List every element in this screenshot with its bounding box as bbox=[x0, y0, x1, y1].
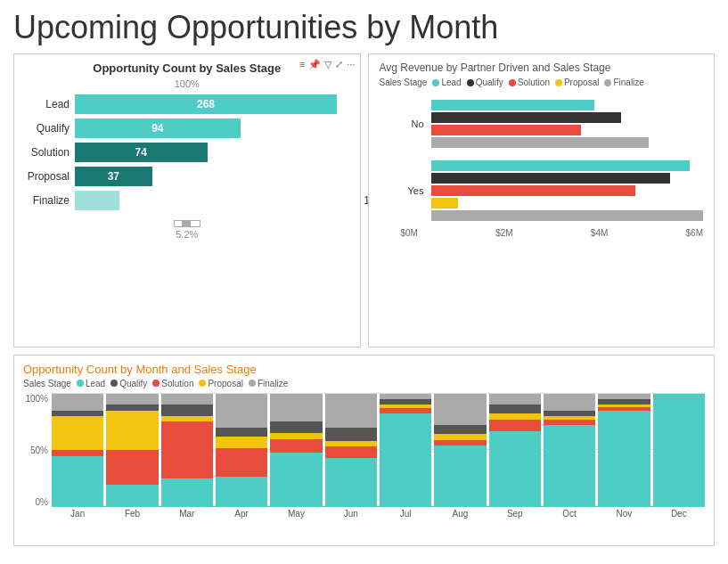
bar-fill: 94 bbox=[75, 119, 241, 138]
monthly-legend-dot bbox=[199, 380, 206, 387]
bar-container: 37 bbox=[75, 167, 351, 186]
monthly-legend-label: Lead bbox=[86, 379, 105, 388]
avg-chart-row: Yes bbox=[406, 160, 704, 221]
stacked-segment bbox=[52, 456, 103, 507]
monthly-legend-item: Lead bbox=[77, 379, 105, 388]
stacked-segment bbox=[106, 411, 158, 451]
stacked-segment bbox=[270, 453, 322, 507]
stacked-segment bbox=[270, 394, 322, 422]
bar-label: Lead bbox=[23, 98, 75, 110]
y-label-0: 0% bbox=[36, 497, 48, 507]
stacked-segment bbox=[434, 425, 486, 434]
bar-fill: 268 bbox=[75, 94, 337, 114]
bar-container: 14 bbox=[75, 191, 351, 210]
monthly-legend-item: Qualify bbox=[110, 379, 147, 388]
monthly-title: Opportunity Count by Month and Sales Sta… bbox=[23, 363, 705, 376]
month-label: Jul bbox=[380, 509, 431, 523]
panel-icons: ≡ 📌 ▽ ⤢ ··· bbox=[299, 59, 356, 70]
bar-label: Solution bbox=[23, 146, 75, 159]
avg-revenue-chart: NoYes bbox=[380, 93, 704, 225]
month-label: Apr bbox=[216, 509, 267, 523]
avg-bar bbox=[431, 210, 704, 221]
y-label-50: 50% bbox=[30, 445, 48, 455]
stacked-segment bbox=[598, 411, 650, 507]
stacked-segment bbox=[161, 478, 213, 507]
stacked-segment bbox=[161, 421, 213, 478]
monthly-legend-dot bbox=[110, 380, 118, 387]
month-col bbox=[653, 394, 705, 508]
stacked-segment bbox=[544, 394, 595, 411]
avg-bar bbox=[431, 112, 622, 123]
stacked-segment bbox=[434, 394, 486, 426]
bar-row: Solution74 bbox=[23, 143, 351, 162]
legend-item-label: Finalize bbox=[613, 78, 643, 87]
month-label: Aug bbox=[434, 509, 486, 523]
stacked-segment bbox=[544, 425, 595, 507]
stacked-segment bbox=[216, 394, 267, 428]
monthly-legend-dot bbox=[249, 380, 256, 387]
stacked-segment bbox=[270, 439, 322, 453]
avg-bar bbox=[431, 173, 671, 184]
avg-bar bbox=[431, 185, 635, 196]
legend-dot bbox=[432, 79, 439, 86]
month-col bbox=[270, 394, 322, 508]
stacked-segment bbox=[216, 428, 267, 437]
pin-icon[interactable]: 📌 bbox=[308, 59, 321, 70]
stacked-segment bbox=[216, 437, 267, 448]
month-col bbox=[380, 394, 431, 508]
stacked-segment bbox=[325, 446, 377, 458]
avg-bar bbox=[431, 137, 649, 148]
avg-bar bbox=[431, 100, 594, 110]
legend-item: Qualify bbox=[467, 78, 503, 87]
legend-item: Lead bbox=[432, 78, 461, 87]
legend-dot bbox=[467, 79, 474, 86]
month-label: Nov bbox=[598, 509, 650, 523]
month-col bbox=[216, 394, 267, 508]
stacked-segment bbox=[434, 445, 486, 507]
stacked-chart bbox=[52, 394, 705, 508]
monthly-legend-item: Proposal bbox=[199, 379, 242, 388]
stacked-segment bbox=[489, 394, 541, 405]
month-col bbox=[325, 394, 377, 508]
dashboard-page: Upcoming Opportunities by Month ≡ 📌 ▽ ⤢ … bbox=[0, 0, 728, 564]
stacked-segment bbox=[270, 421, 322, 433]
month-label: Feb bbox=[106, 509, 158, 523]
avg-row-label: Yes bbox=[406, 185, 424, 196]
bar-fill: 37 bbox=[75, 167, 152, 186]
x-axis-label: $4M bbox=[591, 228, 608, 238]
bar-label: Proposal bbox=[23, 170, 75, 183]
bar-row: Qualify94 bbox=[23, 119, 351, 138]
bar-row: Proposal37 bbox=[23, 167, 351, 186]
more-icon[interactable]: ··· bbox=[347, 59, 355, 70]
legend-label: Sales Stage bbox=[380, 78, 428, 87]
legend-dot bbox=[604, 79, 611, 86]
handle-icon[interactable]: ≡ bbox=[299, 59, 305, 70]
stacked-segment bbox=[216, 477, 267, 507]
monthly-legend-dot bbox=[77, 380, 84, 387]
legend-item-label: Qualify bbox=[476, 78, 503, 87]
bar-row: Lead268 bbox=[23, 94, 351, 114]
x-axis-label: $2M bbox=[495, 228, 512, 238]
legend-item-label: Lead bbox=[441, 78, 461, 87]
month-label: Jun bbox=[325, 509, 377, 523]
scroll-indicator bbox=[174, 220, 200, 227]
stacked-segment bbox=[106, 394, 158, 405]
monthly-legend-label: Finalize bbox=[258, 379, 288, 388]
dashboard-grid: ≡ 📌 ▽ ⤢ ··· Opportunity Count by Sales S… bbox=[13, 53, 715, 546]
month-label: Dec bbox=[653, 509, 705, 523]
stacked-segment bbox=[489, 420, 541, 431]
stacked-segment bbox=[106, 450, 158, 484]
avg-revenue-legend: Sales Stage LeadQualifySolutionProposalF… bbox=[380, 78, 704, 87]
sales-stage-panel: ≡ 📌 ▽ ⤢ ··· Opportunity Count by Sales S… bbox=[13, 53, 361, 347]
y-label-100: 100% bbox=[25, 394, 48, 404]
filter-icon[interactable]: ▽ bbox=[324, 59, 331, 70]
page-title: Upcoming Opportunities by Month bbox=[13, 9, 715, 46]
stacked-segment bbox=[325, 458, 377, 507]
month-col bbox=[598, 394, 650, 508]
legend-item-label: Proposal bbox=[564, 78, 599, 87]
stacked-segment bbox=[52, 394, 103, 411]
expand-icon[interactable]: ⤢ bbox=[335, 59, 343, 70]
x-axis-label: $0M bbox=[401, 228, 418, 238]
month-labels-row: JanFebMarAprMayJunJulAugSepOctNovDec bbox=[52, 507, 705, 523]
month-col bbox=[52, 394, 103, 508]
